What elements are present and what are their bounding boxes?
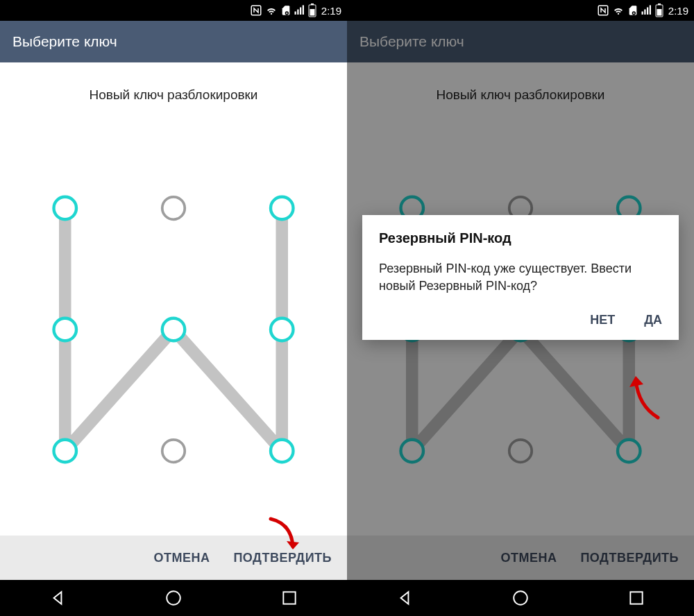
- svg-rect-7: [311, 3, 314, 5]
- phone-screen-left: 2:19 Выберите ключ Новый ключ разблокиро…: [0, 0, 347, 616]
- svg-rect-27: [658, 3, 661, 5]
- svg-point-14: [271, 318, 294, 341]
- svg-rect-3: [297, 10, 298, 15]
- svg-rect-24: [647, 8, 648, 15]
- page-title: Выберите ключ: [12, 33, 117, 50]
- dialog-no-button[interactable]: НЕТ: [590, 313, 615, 327]
- svg-rect-25: [650, 6, 651, 15]
- svg-point-11: [271, 197, 294, 220]
- svg-rect-28: [657, 9, 661, 16]
- svg-point-16: [162, 440, 185, 463]
- svg-rect-5: [303, 6, 304, 15]
- svg-point-9: [54, 197, 77, 220]
- instruction-text: Новый ключ разблокировки: [0, 62, 347, 123]
- battery-icon: [655, 3, 663, 17]
- dialog-yes-button[interactable]: ДА: [644, 313, 662, 327]
- back-icon[interactable]: [396, 589, 414, 607]
- recent-icon[interactable]: [280, 589, 298, 607]
- home-icon[interactable]: [511, 589, 530, 607]
- svg-point-18: [167, 591, 180, 605]
- status-bar: 2:19: [0, 0, 347, 21]
- dialog-actions: НЕТ ДА: [379, 313, 662, 327]
- recent-icon[interactable]: [627, 589, 645, 607]
- svg-rect-39: [630, 592, 642, 604]
- svg-point-10: [162, 197, 185, 220]
- nfc-icon: [597, 4, 609, 17]
- svg-rect-19: [283, 592, 295, 604]
- nfc-icon: [250, 4, 262, 17]
- svg-rect-2: [294, 12, 296, 15]
- back-icon[interactable]: [49, 589, 67, 607]
- navigation-bar: [347, 580, 694, 616]
- signal-icon: [294, 4, 306, 17]
- dialog-body: Резервный PIN-код уже существует. Ввести…: [379, 260, 662, 295]
- home-icon[interactable]: [164, 589, 183, 607]
- svg-point-38: [514, 591, 527, 605]
- svg-point-13: [162, 318, 185, 341]
- pattern-lock-grid[interactable]: [0, 123, 347, 536]
- svg-rect-23: [644, 10, 645, 15]
- bottom-button-bar: ОТМЕНА ПОДТВЕРДИТЬ: [0, 536, 347, 580]
- svg-rect-22: [641, 12, 643, 15]
- cancel-button[interactable]: ОТМЕНА: [153, 551, 210, 565]
- app-header: Выберите ключ: [0, 21, 347, 62]
- wifi-icon: [264, 4, 278, 17]
- content-area: Новый ключ разблокировки: [0, 62, 347, 580]
- svg-point-15: [54, 440, 77, 463]
- status-time: 2:19: [668, 5, 688, 17]
- dialog-title: Резервный PIN-код: [379, 230, 662, 246]
- sd-card-icon: [280, 4, 291, 17]
- navigation-bar: [0, 580, 347, 616]
- wifi-icon: [611, 4, 625, 17]
- svg-point-12: [54, 318, 77, 341]
- confirm-button[interactable]: ПОДТВЕРДИТЬ: [233, 551, 332, 565]
- signal-icon: [641, 4, 653, 17]
- backup-pin-dialog: Резервный PIN-код Резервный PIN-код уже …: [362, 215, 679, 340]
- battery-icon: [308, 3, 316, 17]
- svg-point-17: [271, 440, 294, 463]
- svg-rect-4: [300, 8, 301, 15]
- phone-screen-right: 2:19 Выберите ключ Новый ключ разблокиро…: [347, 0, 694, 616]
- status-time: 2:19: [321, 5, 341, 17]
- status-bar: 2:19: [347, 0, 694, 21]
- svg-rect-8: [310, 9, 314, 16]
- sd-card-icon: [627, 4, 638, 17]
